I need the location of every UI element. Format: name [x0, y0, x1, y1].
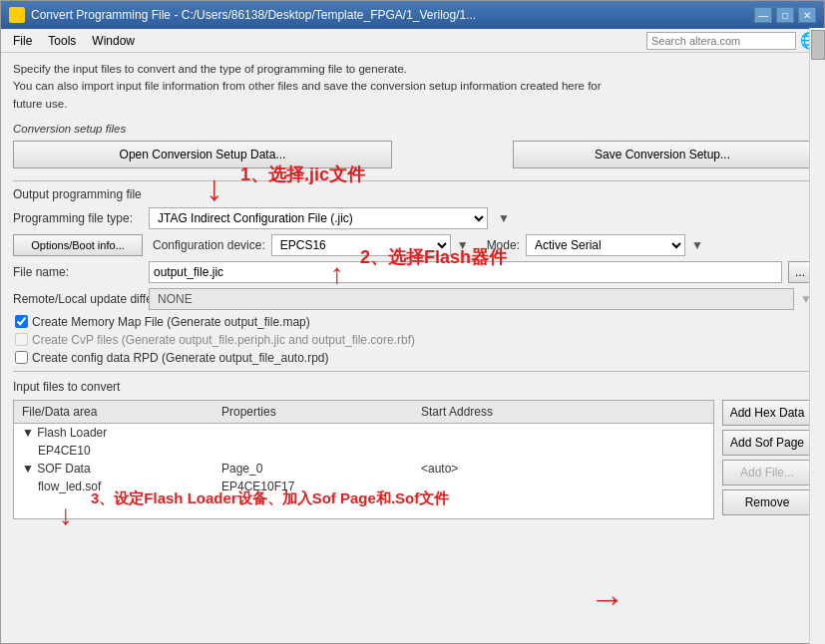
scrollbar[interactable]	[809, 28, 825, 644]
checkbox1-row: Create Memory Map File (Generate output_…	[13, 315, 812, 329]
annotation-arrow-right: →	[590, 581, 625, 617]
row2-props	[217, 443, 417, 459]
output-section-title: Output programming file	[13, 187, 812, 201]
search-input[interactable]	[646, 32, 796, 50]
table-row[interactable]: ▼ SOF Data Page_0 <auto>	[14, 460, 713, 478]
mode-label: Mode:	[487, 238, 520, 252]
remote-local-label: Remote/Local update difference file:	[13, 292, 143, 306]
minimize-button[interactable]: —	[754, 7, 772, 23]
row3-addr: <auto>	[417, 461, 577, 477]
desc-line3: future use.	[13, 96, 812, 113]
desc-line1: Specify the input files to convert and t…	[13, 61, 812, 78]
conversion-section-label: Conversion setup files	[13, 123, 812, 135]
checkbox2-row: Create CvP files (Generate output_file.p…	[13, 333, 812, 347]
mode-select[interactable]: Active Serial	[526, 234, 685, 256]
table-area: File/Data area Properties Start Address …	[13, 400, 714, 519]
add-hex-button[interactable]: Add Hex Data	[722, 400, 812, 426]
input-section: Input files to convert File/Data area Pr…	[13, 380, 812, 519]
header-address: Start Address	[417, 403, 577, 421]
divider1	[13, 180, 812, 181]
config-mode-row: Options/Boot info... Configuration devic…	[13, 234, 812, 256]
menu-window[interactable]: Window	[84, 32, 143, 50]
row1-props	[217, 425, 417, 441]
table-body: ▼ Flash Loader EP4CE10	[14, 424, 713, 495]
row4-extra	[577, 479, 709, 494]
desc-line2: You can also import input file informati…	[13, 78, 812, 95]
output-section: Output programming file Programming file…	[13, 187, 812, 365]
checkbox3-label: Create config data RPD (Generate output_…	[32, 351, 329, 365]
input-area-row: File/Data area Properties Start Address …	[13, 400, 812, 519]
maximize-button[interactable]: □	[776, 7, 794, 23]
content-area: Specify the input files to convert and t…	[1, 53, 824, 643]
header-properties: Properties	[217, 403, 417, 421]
window-title: Convert Programming File - C:/Users/8613…	[31, 8, 476, 22]
checkbox3-row: Create config data RPD (Generate output_…	[13, 351, 812, 365]
checkbox2-label: Create CvP files (Generate output_file.p…	[32, 333, 415, 347]
row4-addr	[417, 479, 577, 494]
open-conversion-button[interactable]: Open Conversion Setup Data...	[13, 141, 392, 168]
prog-file-type-select[interactable]: JTAG Indirect Configuration File (.jic)	[149, 207, 488, 229]
title-bar-left: ⚡ Convert Programming File - C:/Users/86…	[9, 7, 476, 23]
remote-local-value: NONE	[149, 288, 794, 310]
checkbox1[interactable]	[15, 315, 28, 328]
add-file-button[interactable]: Add File...	[722, 460, 812, 485]
input-section-header: Input files to convert	[13, 380, 812, 394]
table-header: File/Data area Properties Start Address	[14, 401, 713, 424]
prog-file-dropdown-arrow: ▼	[498, 211, 510, 225]
row1-extra	[577, 425, 709, 441]
divider2	[13, 371, 812, 372]
row2-addr	[417, 443, 577, 459]
checkbox2[interactable]	[15, 333, 28, 346]
options-boot-button[interactable]: Options/Boot info...	[13, 234, 143, 256]
config-device-arrow: ▼	[457, 238, 469, 252]
row2-extra	[577, 443, 709, 459]
main-window: ⚡ Convert Programming File - C:/Users/86…	[0, 0, 825, 644]
table-row[interactable]: ▼ Flash Loader	[14, 424, 713, 442]
checkbox1-label: Create Memory Map File (Generate output_…	[32, 315, 310, 329]
config-device-label: Configuration device:	[153, 238, 265, 252]
row4-file: flow_led.sof	[18, 479, 217, 494]
remove-button[interactable]: Remove	[722, 489, 812, 515]
description: Specify the input files to convert and t…	[13, 61, 812, 113]
table-row[interactable]: EP4CE10	[14, 442, 713, 460]
menu-file[interactable]: File	[5, 32, 40, 50]
row4-props: EP4CE10F17	[217, 479, 417, 494]
title-bar: ⚡ Convert Programming File - C:/Users/86…	[1, 1, 824, 29]
file-name-row: File name: ...	[13, 261, 812, 283]
file-table[interactable]: File/Data area Properties Start Address …	[13, 400, 714, 519]
header-file: File/Data area	[18, 403, 217, 421]
file-name-label: File name:	[13, 265, 143, 279]
menu-bar: File Tools Window 🌐	[1, 29, 824, 53]
menu-tools[interactable]: Tools	[40, 32, 84, 50]
prog-file-type-label: Programming file type:	[13, 211, 143, 225]
row1-file: ▼ Flash Loader	[18, 425, 217, 441]
remote-local-row: Remote/Local update difference file: NON…	[13, 288, 812, 310]
add-sof-button[interactable]: Add Sof Page	[722, 430, 812, 456]
conversion-buttons: Open Conversion Setup Data... Save Conve…	[13, 141, 812, 168]
row3-file: ▼ SOF Data	[18, 461, 217, 477]
window-controls: — □ ✕	[754, 7, 816, 23]
prog-file-type-row: Programming file type: JTAG Indirect Con…	[13, 207, 812, 229]
file-name-input[interactable]	[149, 261, 782, 283]
mode-arrow: ▼	[691, 238, 703, 252]
row3-extra	[577, 461, 709, 477]
config-device-select[interactable]: EPCS16	[271, 234, 451, 256]
row1-addr	[417, 425, 577, 441]
sof-data-arrow: ▼	[22, 462, 37, 476]
search-area: 🌐	[646, 31, 820, 50]
header-extra	[577, 403, 709, 421]
flash-loader-arrow: ▼	[22, 426, 37, 440]
table-row[interactable]: flow_led.sof EP4CE10F17	[14, 478, 713, 495]
app-icon: ⚡	[9, 7, 25, 23]
checkbox3[interactable]	[15, 351, 28, 364]
scrollbar-thumb[interactable]	[811, 30, 825, 60]
close-button[interactable]: ✕	[798, 7, 816, 23]
row3-props: Page_0	[217, 461, 417, 477]
row2-file: EP4CE10	[18, 443, 217, 459]
save-conversion-button[interactable]: Save Conversion Setup...	[513, 141, 812, 168]
right-buttons: Add Hex Data Add Sof Page Add File... Re…	[722, 400, 812, 519]
